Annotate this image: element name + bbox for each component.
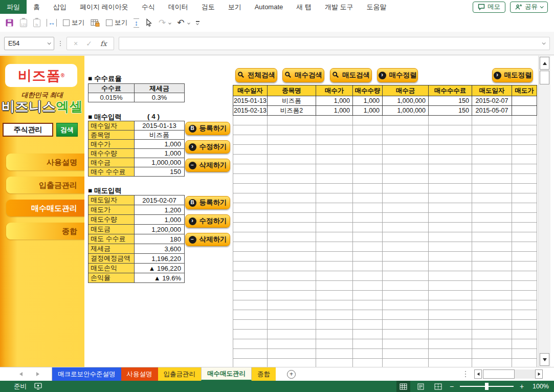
field-value[interactable]: 1,000 [135, 140, 185, 149]
cancel-icon[interactable]: × [74, 39, 78, 48]
empty-cell[interactable] [383, 164, 429, 174]
display-settings-icon[interactable] [34, 383, 42, 390]
search-button-3[interactable]: ›매수정렬 [377, 68, 418, 82]
field-value[interactable]: 3,600 [135, 244, 185, 254]
empty-cell[interactable] [233, 359, 268, 367]
empty-cell[interactable] [472, 281, 512, 291]
empty-cell[interactable] [316, 359, 353, 367]
empty-cell[interactable] [512, 330, 537, 339]
empty-cell[interactable] [383, 184, 429, 193]
field-value[interactable]: 1,200,000 [135, 225, 185, 234]
view-checkbox-2[interactable]: 보기 [106, 18, 127, 27]
field-value[interactable]: ▲ 19.6% [135, 273, 185, 283]
sidebar-item-0[interactable]: 사용설명 [6, 154, 84, 170]
scroll-left-button[interactable] [474, 369, 482, 379]
field-value[interactable]: 1,000,000 [135, 158, 185, 167]
empty-cell[interactable] [353, 232, 383, 242]
empty-cell[interactable] [268, 213, 316, 223]
empty-cell[interactable] [512, 349, 537, 359]
horizontal-scroll-track[interactable] [515, 369, 535, 379]
empty-cell[interactable] [316, 300, 353, 310]
ribbon-tab-file[interactable]: 파일 [0, 0, 27, 14]
empty-cell[interactable] [472, 213, 512, 223]
empty-cell[interactable] [268, 116, 316, 125]
empty-cell[interactable] [233, 271, 268, 281]
empty-cell[interactable] [383, 213, 429, 223]
ribbon-tab-3[interactable]: 수식 [135, 0, 162, 14]
empty-cell[interactable] [268, 271, 316, 281]
empty-cell[interactable] [429, 203, 472, 213]
empty-cell[interactable] [383, 300, 429, 310]
empty-cell[interactable] [233, 155, 268, 164]
column-header[interactable]: 매수일자 [233, 85, 268, 96]
empty-cell[interactable] [472, 291, 512, 300]
empty-cell[interactable] [353, 262, 383, 271]
empty-cell[interactable] [268, 291, 316, 300]
empty-cell[interactable] [268, 252, 316, 262]
empty-cell[interactable] [353, 145, 383, 155]
empty-cell[interactable] [472, 125, 512, 135]
table-cell[interactable]: 1,000,000 [383, 106, 429, 116]
table-cell[interactable]: 1,000,000 [383, 96, 429, 106]
empty-cell[interactable] [512, 281, 537, 291]
empty-cell[interactable] [512, 155, 537, 164]
empty-cell[interactable] [233, 116, 268, 125]
empty-cell[interactable] [353, 223, 383, 232]
name-box[interactable]: E54 [4, 37, 54, 50]
column-header[interactable]: 매수수수료 [429, 85, 472, 96]
column-header[interactable]: 매수금 [383, 85, 429, 96]
table-cell[interactable]: 1,000 [353, 106, 383, 116]
empty-cell[interactable] [268, 359, 316, 367]
empty-cell[interactable] [268, 320, 316, 330]
table-cell[interactable]: 1,000 [353, 96, 383, 106]
field-value[interactable]: ▲ 196,220 [135, 264, 185, 273]
empty-cell[interactable] [353, 164, 383, 174]
empty-cell[interactable] [429, 300, 472, 310]
empty-cell[interactable] [353, 252, 383, 262]
scroll-right-button[interactable] [535, 369, 543, 379]
ribbon-tab-8[interactable]: 새 탭 [290, 0, 318, 14]
empty-cell[interactable] [233, 349, 268, 359]
empty-cell[interactable] [353, 242, 383, 252]
empty-cell[interactable] [353, 135, 383, 145]
table-cell[interactable]: 비즈폼2 [268, 106, 316, 116]
empty-cell[interactable] [353, 330, 383, 339]
scroll-up-button[interactable] [540, 57, 549, 70]
next-sheet-icon[interactable] [36, 372, 39, 376]
empty-cell[interactable] [429, 135, 472, 145]
redo-button[interactable]: ↷ [159, 18, 171, 27]
ribbon-tab-9[interactable]: 개발 도구 [318, 0, 360, 14]
empty-cell[interactable] [472, 232, 512, 242]
empty-cell[interactable] [383, 320, 429, 330]
empty-cell[interactable] [316, 135, 353, 145]
empty-cell[interactable] [233, 291, 268, 300]
ribbon-tab-4[interactable]: 데이터 [162, 0, 195, 14]
share-button[interactable]: 공유 [510, 2, 548, 13]
prev-sheet-icon[interactable] [19, 372, 23, 376]
column-width-button[interactable]: ↔ [47, 19, 57, 27]
sell-sort-button[interactable]: ›매도정렬 [492, 68, 533, 82]
empty-cell[interactable] [429, 184, 472, 193]
select-pointer-button[interactable] [145, 18, 152, 27]
field-label[interactable]: 매도수량 [88, 215, 135, 225]
empty-cell[interactable] [316, 330, 353, 339]
empty-cell[interactable] [512, 184, 537, 193]
table-cell[interactable]: 150 [429, 106, 472, 116]
empty-cell[interactable] [429, 242, 472, 252]
fees-header-cell[interactable]: 제세금 [135, 84, 185, 93]
empty-cell[interactable] [233, 320, 268, 330]
empty-cell[interactable] [383, 135, 429, 145]
empty-cell[interactable] [316, 164, 353, 174]
empty-cell[interactable] [472, 193, 512, 203]
ribbon-tab-10[interactable]: 도움말 [360, 0, 393, 14]
empty-cell[interactable] [429, 193, 472, 203]
empty-cell[interactable] [233, 330, 268, 339]
field-value[interactable]: 1,196,220 [135, 254, 185, 264]
column-header[interactable]: 매수수량 [353, 85, 383, 96]
empty-cell[interactable] [472, 300, 512, 310]
empty-cell[interactable] [353, 271, 383, 281]
empty-cell[interactable] [512, 213, 537, 223]
buy-delete-button[interactable]: −삭제하기 [185, 159, 230, 172]
empty-cell[interactable] [512, 271, 537, 281]
empty-cell[interactable] [472, 155, 512, 164]
